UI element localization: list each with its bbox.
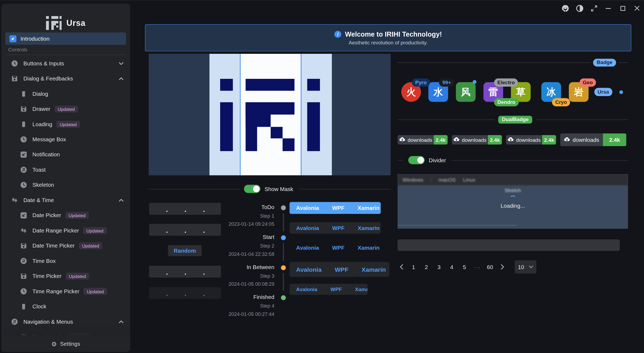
note-icon: [20, 166, 27, 173]
avalonia-button[interactable]: Avalonia: [290, 262, 328, 277]
xamarin-button[interactable]: Xamarin: [349, 284, 368, 295]
ip-dot: [166, 295, 168, 296]
show-mask-label: Show Mask: [265, 186, 293, 192]
wpf-button[interactable]: WPF: [326, 242, 351, 253]
sidebar-item-date-range-picker[interactable]: Date Range PickerUpdated: [1, 223, 130, 238]
pagination-page-60[interactable]: 60: [485, 262, 495, 272]
chevron-down-icon: [529, 266, 533, 268]
ip-address-input[interactable]: [149, 203, 221, 215]
show-mask-toggle[interactable]: [244, 185, 261, 193]
chevron-up-icon: [119, 320, 124, 323]
text-input[interactable]: [397, 239, 620, 251]
ip-address-input[interactable]: [149, 224, 221, 236]
step-connector-line: [283, 273, 284, 291]
dualbadge-section-divider: DualBadge: [397, 115, 628, 124]
tab-linux[interactable]: Linux: [463, 177, 476, 182]
pagination-page-1[interactable]: 1: [409, 262, 419, 272]
pagination-page-5[interactable]: 5: [460, 262, 470, 272]
sidebar-item-time-range-picker[interactable]: Time Range PickerUpdated: [1, 284, 130, 299]
avalonia-button[interactable]: Avalonia: [290, 242, 326, 253]
sidebar-item-dialog-feedbacks[interactable]: Dialog & Feedbacks: [1, 71, 130, 86]
page-size-select[interactable]: 10: [515, 260, 536, 274]
sidebar-item-dialog[interactable]: Dialog: [1, 86, 130, 101]
pagination-page-4[interactable]: 4: [447, 262, 457, 272]
updated-badge: Updated: [65, 212, 89, 219]
floppy-icon: [11, 75, 18, 82]
pagination-page-2[interactable]: 2: [421, 262, 431, 272]
wpf-button[interactable]: WPF: [326, 202, 351, 214]
downloads-count: 2.4k: [609, 137, 620, 143]
nav-item-label: Time Box: [33, 258, 56, 264]
ip-address-input[interactable]: [149, 287, 221, 299]
theme-contrast-icon[interactable]: [575, 4, 584, 13]
divider-line: [397, 62, 590, 63]
ip-address-input[interactable]: [149, 266, 221, 277]
avalonia-button[interactable]: Avalonia: [290, 222, 326, 234]
sidebar-item-clock[interactable]: Clock: [1, 299, 130, 314]
chevron-up-icon: [119, 77, 124, 80]
sidebar-item-toast[interactable]: Toast: [1, 162, 130, 177]
minimize-icon[interactable]: [604, 4, 613, 13]
github-icon[interactable]: [561, 4, 570, 13]
downloads-label: downloads: [516, 137, 541, 143]
nav-item-label: Clock: [33, 303, 47, 310]
avalonia-button[interactable]: Avalonia: [290, 284, 324, 295]
xamarin-button[interactable]: Xamarin: [355, 262, 389, 277]
settings-button[interactable]: ⚙ Settings: [1, 336, 130, 352]
sidebar-item-date-time-picker[interactable]: Date Time PickerUpdated: [1, 238, 130, 253]
sidebar-item-time-picker[interactable]: Time PickerUpdated: [1, 269, 130, 284]
trees-icon: [20, 227, 27, 234]
gear-icon: ⚙: [51, 341, 57, 347]
sidebar-item-date-picker[interactable]: Date PickerUpdated: [1, 208, 130, 223]
xamarin-button[interactable]: Xamarin: [351, 242, 381, 253]
divider-toggle[interactable]: [408, 156, 425, 164]
sidebar-item-navigation-menus[interactable]: Navigation & Menus: [1, 314, 130, 329]
sidebar-item-time-box[interactable]: Time Box: [1, 253, 130, 269]
nav-item-label: Date Time Picker: [33, 243, 75, 249]
pagination-page-3[interactable]: 3: [434, 262, 444, 272]
sidebar-item-buttons-inputs[interactable]: Buttons & Inputs: [1, 56, 130, 71]
loading-panel: WindowsmacOSLinux Stretch Loading...: [397, 174, 628, 229]
nav-item-label: Dialog: [33, 91, 48, 97]
titlebar: [561, 3, 642, 14]
divider-line: [536, 119, 628, 120]
wpf-button[interactable]: WPF: [326, 222, 351, 234]
updated-badge: Updated: [56, 121, 80, 128]
banner-subtitle: Aesthetic revolution of productivity.: [349, 40, 428, 45]
tab-windows[interactable]: Windows: [403, 177, 423, 182]
pagination-prev-button[interactable]: [397, 262, 406, 272]
downloads-count: 2.4k: [436, 137, 446, 143]
sidebar-item-drawer[interactable]: DrawerUpdated: [1, 101, 130, 117]
downloads-label: downloads: [408, 137, 432, 143]
step-timestamp: 2024-01-05 00:27:44: [205, 311, 274, 317]
sidebar-item-introduction[interactable]: Introduction: [5, 33, 126, 45]
sidebar-item-skeleton[interactable]: Skeleton: [1, 177, 130, 192]
close-icon[interactable]: [632, 4, 642, 13]
badge-pill: 99+: [439, 78, 454, 87]
nav-item-label: Date Range Picker: [33, 227, 79, 234]
fullscreen-icon[interactable]: [589, 4, 599, 13]
sidebar-item-notification[interactable]: Notification: [1, 147, 130, 162]
ursa-standalone-badge: Ursa: [594, 88, 612, 96]
page-size-value: 10: [518, 264, 524, 270]
sidebar-item-message-box[interactable]: Message Box: [1, 132, 130, 147]
avalonia-button[interactable]: Avalonia: [290, 202, 326, 214]
tab-macos[interactable]: macOS: [438, 177, 456, 182]
wpf-button[interactable]: WPF: [324, 284, 349, 295]
wpf-button[interactable]: WPF: [328, 262, 355, 277]
sidebar-item-loading[interactable]: LoadingUpdated: [1, 117, 130, 132]
floppy-icon: [20, 273, 27, 280]
sidebar-item-date-time[interactable]: Date & Time: [1, 193, 130, 208]
pagination-next-button[interactable]: [498, 262, 507, 272]
standalone-badge-dot: [619, 90, 623, 94]
badge-pill: Dendro: [494, 98, 519, 107]
dualbadge-divider-pill: DualBadge: [498, 116, 532, 123]
maximize-icon[interactable]: [618, 4, 627, 13]
xamarin-button[interactable]: Xamarin: [351, 202, 381, 214]
xamarin-button[interactable]: Xamarin: [351, 222, 381, 234]
nav-item-label: Dialog & Feedbacks: [23, 76, 73, 82]
step-connector-line: [283, 243, 284, 261]
app-title: Ursa: [66, 18, 86, 28]
random-button[interactable]: Random: [168, 245, 202, 256]
nav-item-label: Navigation & Menus: [23, 319, 73, 325]
